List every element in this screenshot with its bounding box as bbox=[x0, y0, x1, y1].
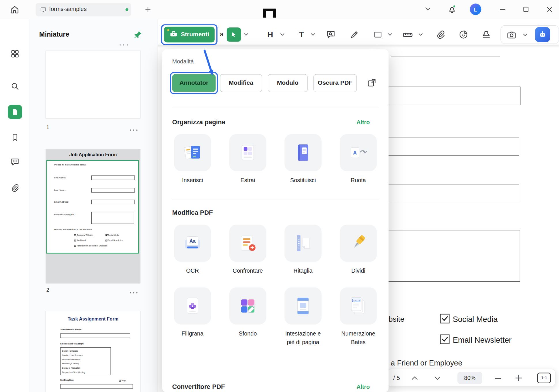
extract-pages-tool[interactable] bbox=[229, 134, 267, 171]
cursor-icon bbox=[230, 31, 237, 38]
sostituisci-icon bbox=[293, 142, 314, 163]
attachments-icon[interactable] bbox=[10, 183, 20, 193]
minimize-button[interactable] bbox=[498, 5, 507, 14]
measure-tool-chevron-icon[interactable] bbox=[418, 33, 423, 36]
page-1-more-button[interactable] bbox=[129, 126, 138, 133]
shape-tool-icon[interactable] bbox=[371, 28, 384, 41]
numerazione-bates-icon: 000123 bbox=[348, 296, 369, 316]
thumb-option: High bbox=[119, 379, 126, 381]
background-tool[interactable] bbox=[229, 287, 267, 325]
tools-menu-button[interactable]: Strumenti bbox=[164, 27, 215, 42]
compare-tool[interactable] bbox=[229, 225, 267, 262]
thumb-field-box bbox=[91, 176, 135, 180]
home-icon[interactable] bbox=[10, 5, 20, 15]
comment-search-tool-icon[interactable] bbox=[324, 28, 337, 41]
form-field-box[interactable] bbox=[386, 87, 521, 105]
next-page-chevron-down-icon[interactable] bbox=[434, 376, 441, 380]
thumb-checkbox bbox=[119, 380, 121, 381]
page-2-more-button[interactable] bbox=[129, 289, 138, 295]
crop-tool[interactable] bbox=[284, 225, 322, 262]
bates-numbering-tool[interactable]: 000123 bbox=[340, 287, 377, 325]
thumbnail-page-3[interactable]: Task Assignment Form Team Member Name: S… bbox=[46, 311, 140, 392]
mode-modulo-button[interactable]: Modulo bbox=[268, 74, 308, 92]
text-comment-tool-button[interactable]: T bbox=[295, 28, 308, 41]
sfondo-icon bbox=[237, 296, 258, 316]
actual-size-button[interactable]: 1:1 bbox=[537, 373, 551, 383]
document-tab[interactable]: forms-samples bbox=[36, 3, 131, 16]
form-field-box[interactable] bbox=[386, 184, 519, 202]
apps-grid-icon[interactable] bbox=[10, 49, 20, 59]
social-media-checkbox[interactable] bbox=[440, 314, 450, 323]
ocr-icon: Aa bbox=[182, 233, 203, 254]
split-tool[interactable] bbox=[340, 225, 377, 262]
shape-tool-chevron-icon[interactable] bbox=[388, 33, 392, 36]
mode-oscura-pdf-button[interactable]: Oscura PDF bbox=[313, 74, 357, 92]
form-field-box[interactable] bbox=[386, 138, 519, 156]
rotate-pages-tool[interactable]: A bbox=[340, 134, 377, 171]
form-field-box[interactable] bbox=[386, 230, 520, 282]
user-avatar[interactable]: L bbox=[470, 3, 481, 15]
thumb-field-box bbox=[60, 333, 130, 338]
notification-bell-icon[interactable] bbox=[447, 4, 457, 14]
app-window: forms-samples L bbox=[0, 0, 559, 392]
attach-tool-icon[interactable] bbox=[434, 28, 447, 41]
watermark-tool[interactable] bbox=[174, 287, 211, 325]
tool-label-intestazione: Intestazione e piè di pagina bbox=[285, 329, 321, 346]
select-tool-button[interactable] bbox=[227, 27, 241, 42]
thumb-checkbox-checked bbox=[105, 240, 107, 241]
search-icon[interactable] bbox=[10, 82, 20, 91]
new-tab-button[interactable] bbox=[144, 6, 152, 14]
ocr-tool[interactable]: Aa bbox=[174, 225, 211, 262]
clipped-option-text: a Friend or Employee bbox=[391, 359, 462, 367]
sticker-tool-icon[interactable] bbox=[457, 28, 470, 41]
intestazione-icon bbox=[293, 296, 314, 316]
bookmark-icon[interactable] bbox=[10, 133, 20, 142]
organize-more-link[interactable]: Altro bbox=[356, 119, 370, 125]
thumb-option: Referral from a Friend or Employee bbox=[74, 245, 107, 247]
text-tool-chevron-icon[interactable] bbox=[311, 33, 315, 36]
thumb-field-label: First Name : bbox=[54, 176, 66, 178]
replace-pages-tool[interactable] bbox=[284, 134, 322, 171]
comments-icon[interactable] bbox=[10, 157, 20, 167]
highlight-tool-chevron-icon[interactable] bbox=[280, 33, 284, 36]
open-in-window-icon[interactable] bbox=[367, 78, 377, 88]
header-footer-tool[interactable] bbox=[284, 287, 322, 325]
thumbnail-page-1[interactable] bbox=[46, 51, 140, 118]
measure-tool-icon[interactable] bbox=[401, 28, 414, 41]
mode-modifica-button[interactable]: Modifica bbox=[220, 74, 262, 92]
ritaglia-icon bbox=[293, 233, 314, 254]
thumbnails-panel: Miniature 1 Job Application Form Please … bbox=[30, 19, 158, 392]
zoom-out-minus-icon[interactable] bbox=[494, 378, 502, 379]
insert-pages-tool[interactable] bbox=[174, 134, 211, 171]
close-button[interactable] bbox=[545, 5, 554, 14]
email-newsletter-checkbox[interactable] bbox=[440, 334, 450, 344]
tool-label-numerazione-bates: Numerazione Bates bbox=[339, 329, 378, 346]
select-tool-chevron-icon[interactable] bbox=[244, 33, 248, 36]
pen-tool-icon[interactable] bbox=[348, 28, 361, 41]
page-thumbnails-icon bbox=[11, 108, 19, 116]
thumbnail-page-2[interactable]: Job Application Form Please fill in your… bbox=[46, 149, 140, 283]
monitor-icon bbox=[40, 6, 47, 13]
tools-menu-label: Strumenti bbox=[181, 31, 209, 38]
toolbar-shadow bbox=[158, 45, 559, 48]
thumbnails-tab-active[interactable] bbox=[8, 105, 22, 119]
stamp-tool-icon[interactable] bbox=[480, 28, 493, 41]
page-number-2: 2 bbox=[46, 287, 49, 293]
screenshot-chevron-icon[interactable] bbox=[523, 33, 527, 36]
convert-more-link[interactable]: Altro bbox=[356, 384, 370, 390]
screenshot-camera-icon[interactable] bbox=[507, 30, 517, 40]
toolbox-icon bbox=[169, 30, 178, 40]
previous-page-chevron-up-icon[interactable] bbox=[411, 376, 418, 380]
maximize-button[interactable] bbox=[522, 5, 530, 14]
svg-text:Aa: Aa bbox=[189, 238, 196, 244]
zoom-in-plus-icon[interactable] bbox=[515, 374, 522, 382]
window-chevron-down-icon[interactable] bbox=[424, 6, 431, 11]
tool-label-ruota: Ruota bbox=[332, 176, 385, 185]
ai-assistant-button[interactable] bbox=[535, 27, 550, 42]
zoom-level[interactable]: 80% bbox=[457, 372, 482, 384]
pin-panel-icon[interactable] bbox=[133, 30, 143, 41]
svg-text:A: A bbox=[353, 150, 357, 156]
highlight-tool-button[interactable]: H bbox=[264, 28, 277, 41]
thumb-field-label: Email Address : bbox=[54, 201, 69, 203]
panel-resize-handle[interactable] bbox=[118, 42, 129, 48]
